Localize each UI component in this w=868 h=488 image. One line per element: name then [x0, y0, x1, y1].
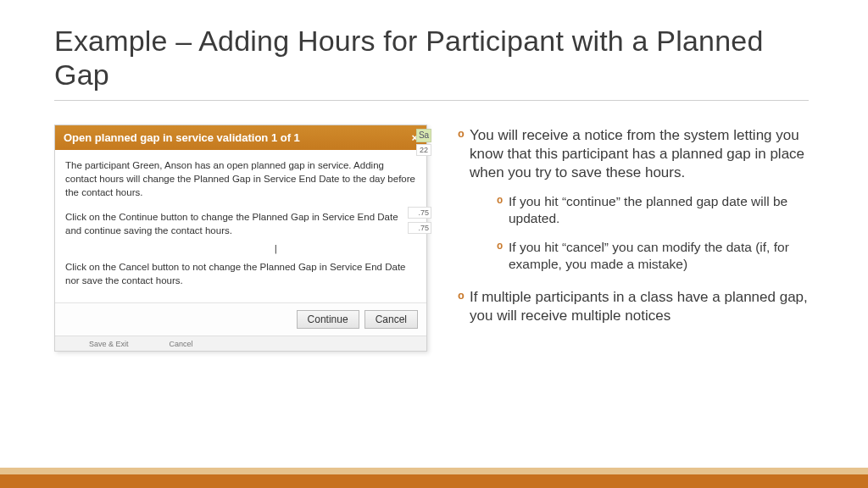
dialog-screenshot: Sa 22 .75 .75 Open planned gap in servic… — [54, 125, 427, 352]
under-save-label: Save & Exit — [89, 340, 129, 348]
under-cancel-label: Cancel — [170, 340, 193, 348]
text-caret: | — [273, 242, 416, 255]
bullet-1-text: You will receive a notice from the syste… — [470, 127, 804, 180]
content-row: Sa 22 .75 .75 Open planned gap in servic… — [54, 125, 814, 352]
dialog-body: The participant Green, Anson has an open… — [55, 150, 426, 302]
continue-button[interactable]: Continue — [297, 310, 359, 329]
bullet-1b: If you hit “cancel” you can modify the d… — [497, 239, 814, 273]
bg-cell-75a: .75 — [408, 207, 431, 219]
bg-cell-sa: Sa — [416, 129, 431, 142]
cancel-button[interactable]: Cancel — [364, 310, 418, 329]
bg-cell-75b: .75 — [408, 222, 431, 234]
bullet-1: You will receive a notice from the syste… — [458, 126, 814, 273]
bullet-list: You will receive a notice from the syste… — [458, 126, 814, 324]
bg-cell-22: 22 — [416, 144, 431, 156]
underlying-toolbar: Save & Exit Cancel — [55, 336, 426, 351]
slide-footer-accent — [0, 468, 868, 488]
slide-title: Example – Adding Hours for Participant w… — [54, 24, 814, 92]
screenshot-column: Sa 22 .75 .75 Open planned gap in servic… — [54, 125, 427, 352]
dialog-footer: Continue Cancel — [55, 302, 426, 336]
dialog-header: Open planned gap in service validation 1… — [55, 125, 426, 150]
bullet-2: If multiple participants in a class have… — [458, 288, 814, 325]
dialog-paragraph-2: Click on the Continue button to change t… — [65, 210, 416, 237]
explanation-column: You will receive a notice from the syste… — [458, 125, 814, 352]
dialog-title: Open planned gap in service validation 1… — [64, 131, 300, 144]
slide: Example – Adding Hours for Participant w… — [0, 0, 868, 488]
bullet-1a: If you hit “continue” the planned gap da… — [497, 193, 814, 227]
dialog-paragraph-1: The participant Green, Anson has an open… — [65, 158, 416, 199]
dialog-paragraph-3: Click on the Cancel button to not change… — [65, 260, 416, 287]
title-underline — [54, 100, 809, 101]
